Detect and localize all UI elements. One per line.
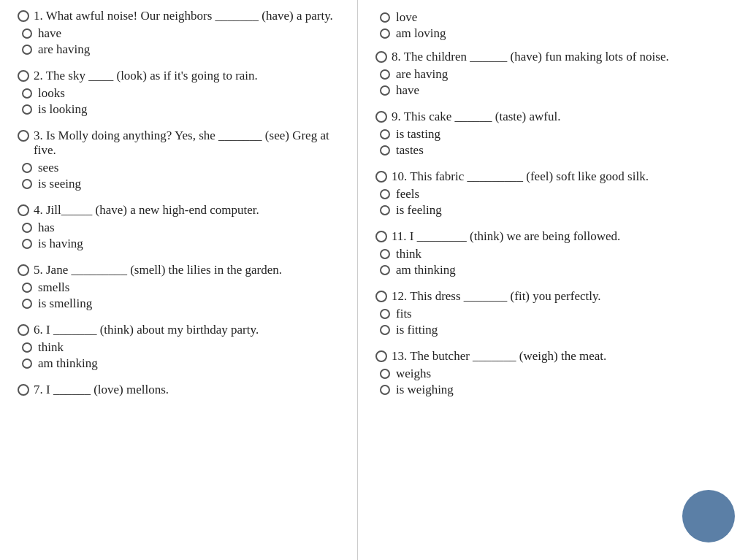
option-text-q12-0: fits	[396, 307, 412, 321]
radio-icon[interactable]	[380, 249, 390, 259]
radio-icon[interactable]	[380, 28, 390, 39]
radio-icon[interactable]	[22, 283, 32, 293]
radio-icon[interactable]	[380, 69, 390, 80]
question-text-q10: 10. This fabric _________ (feel) soft li…	[375, 169, 735, 184]
option-row-q11-1: am thinking	[380, 263, 735, 277]
option-text-q2-0: looks	[38, 86, 65, 101]
radio-icon[interactable]	[18, 264, 29, 276]
option-text-q13-0: weighs	[396, 367, 431, 381]
radio-icon[interactable]	[380, 12, 390, 23]
radio-icon[interactable]	[18, 384, 29, 396]
radio-icon[interactable]	[22, 342, 32, 353]
radio-icon[interactable]	[18, 10, 29, 22]
option-text-q6-1: am thinking	[38, 356, 98, 371]
option-text-q6-0: think	[38, 340, 64, 355]
question-label-q2: 2. The sky ____ (look) as if it's going …	[34, 69, 258, 83]
radio-icon[interactable]	[375, 350, 387, 362]
option-text-q7-extra-1: am loving	[396, 26, 446, 41]
blue-circle-decoration	[682, 490, 735, 542]
radio-icon[interactable]	[375, 171, 387, 183]
option-row-q1-1: are having	[22, 42, 344, 57]
radio-icon[interactable]	[22, 358, 32, 369]
radio-icon[interactable]	[380, 309, 390, 319]
option-text-q10-1: is feeling	[396, 203, 442, 218]
radio-icon[interactable]	[380, 385, 390, 395]
radio-icon[interactable]	[22, 299, 32, 309]
option-text-q8-1: have	[396, 83, 419, 98]
option-row-q3-1: is seeing	[22, 177, 344, 191]
radio-icon[interactable]	[22, 223, 32, 233]
option-row-q5-0: smells	[22, 280, 344, 295]
option-text-q5-0: smells	[38, 280, 69, 295]
question-text-q8: 8. The children ______ (have) fun making…	[375, 50, 735, 64]
question-block-q3: 3. Is Molly doing anything? Yes, she ___…	[18, 129, 344, 191]
radio-icon[interactable]	[380, 205, 390, 215]
page: 1. What awful noise! Our neighbors _____…	[0, 0, 748, 560]
right-column: loveam loving8. The children ______ (hav…	[358, 0, 748, 560]
radio-icon[interactable]	[380, 189, 390, 199]
option-row-q10-1: is feeling	[380, 203, 735, 218]
question-label-q9: 9. This cake ______ (taste) awful.	[392, 110, 560, 124]
radio-icon[interactable]	[22, 28, 32, 39]
question-label-q10: 10. This fabric _________ (feel) soft li…	[392, 169, 649, 184]
question-label-q3: 3. Is Molly doing anything? Yes, she ___…	[34, 129, 344, 158]
question-text-q11: 11. I ________ (think) we are being foll…	[375, 229, 735, 244]
option-row-q9-1: tastes	[380, 143, 735, 158]
question-label-q1: 1. What awful noise! Our neighbors _____…	[34, 9, 333, 23]
option-row-q6-0: think	[22, 340, 344, 355]
radio-icon[interactable]	[22, 179, 32, 189]
question-block-q2: 2. The sky ____ (look) as if it's going …	[18, 69, 344, 117]
question-text-q5: 5. Jane _________ (smell) the lilies in …	[18, 263, 344, 277]
question-block-q6: 6. I _______ (think) about my birthday p…	[18, 323, 344, 371]
option-row-q7-extra-0: love	[380, 10, 735, 25]
radio-icon[interactable]	[375, 231, 387, 242]
radio-icon[interactable]	[380, 265, 390, 275]
question-block-q7: 7. I ______ (love) mellons.	[18, 383, 344, 397]
radio-icon[interactable]	[375, 291, 387, 302]
radio-icon[interactable]	[18, 324, 29, 336]
radio-icon[interactable]	[22, 88, 32, 99]
option-text-q3-1: is seeing	[38, 177, 81, 191]
question-label-q5: 5. Jane _________ (smell) the lilies in …	[34, 263, 282, 277]
option-row-q13-1: is weighing	[380, 383, 735, 397]
option-text-q11-1: am thinking	[396, 263, 456, 277]
option-row-q8-1: have	[380, 83, 735, 98]
radio-icon[interactable]	[22, 104, 32, 115]
option-text-q12-1: is fitting	[396, 323, 438, 337]
radio-icon[interactable]	[380, 145, 390, 156]
option-text-q11-0: think	[396, 247, 421, 261]
question-text-q6: 6. I _______ (think) about my birthday p…	[18, 323, 344, 337]
radio-icon[interactable]	[22, 45, 32, 55]
option-row-q11-0: think	[380, 247, 735, 261]
radio-icon[interactable]	[380, 85, 390, 96]
radio-icon[interactable]	[380, 369, 390, 379]
question-text-q12: 12. This dress _______ (fit) you perfect…	[375, 289, 735, 304]
question-text-q4: 4. Jill_____ (have) a new high-end compu…	[18, 203, 344, 218]
option-row-q7-extra-1: am loving	[380, 26, 735, 41]
radio-icon[interactable]	[18, 204, 29, 216]
option-row-q8-0: are having	[380, 67, 735, 82]
question-text-q7: 7. I ______ (love) mellons.	[18, 383, 344, 397]
option-row-q12-1: is fitting	[380, 323, 735, 337]
question-text-q2: 2. The sky ____ (look) as if it's going …	[18, 69, 344, 83]
question-block-q5: 5. Jane _________ (smell) the lilies in …	[18, 263, 344, 311]
radio-icon[interactable]	[18, 70, 29, 82]
question-text-q13: 13. The butcher _______ (weigh) the meat…	[375, 349, 735, 364]
option-row-q5-1: is smelling	[22, 296, 344, 311]
option-text-q8-0: are having	[396, 67, 448, 82]
option-text-q9-1: tastes	[396, 143, 424, 158]
option-text-q4-0: has	[38, 220, 55, 235]
question-label-q8: 8. The children ______ (have) fun making…	[392, 50, 669, 64]
radio-icon[interactable]	[380, 325, 390, 335]
option-row-q3-0: sees	[22, 161, 344, 175]
radio-icon[interactable]	[18, 130, 29, 142]
radio-icon[interactable]	[375, 51, 387, 63]
option-text-q13-1: is weighing	[396, 383, 454, 397]
question-label-q4: 4. Jill_____ (have) a new high-end compu…	[34, 203, 259, 218]
question-label-q13: 13. The butcher _______ (weigh) the meat…	[392, 349, 606, 364]
option-row-q12-0: fits	[380, 307, 735, 321]
radio-icon[interactable]	[22, 163, 32, 173]
radio-icon[interactable]	[380, 129, 390, 139]
radio-icon[interactable]	[375, 111, 387, 123]
radio-icon[interactable]	[22, 239, 32, 249]
